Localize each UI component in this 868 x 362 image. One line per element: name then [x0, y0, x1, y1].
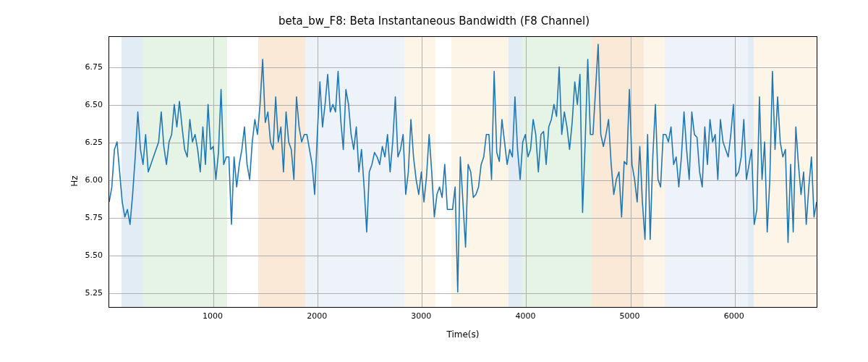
x-axis-label: Time(s) [109, 329, 817, 340]
y-tick-label: 6.50 [67, 99, 103, 109]
y-tick-label: 5.50 [67, 251, 103, 260]
x-tick-label: 4000 [515, 311, 535, 321]
y-tick-label: 5.25 [67, 288, 103, 298]
line-series [109, 37, 817, 307]
y-tick-label: 6.75 [67, 62, 103, 71]
y-tick-label: 6.00 [67, 174, 103, 184]
plot-area [109, 36, 817, 308]
x-tick-label: 2000 [307, 311, 327, 321]
y-tick-label: 5.75 [67, 213, 103, 222]
line-series-polyline [109, 44, 817, 292]
y-tick-label: 6.25 [67, 137, 103, 146]
x-tick-label: 5000 [620, 311, 640, 321]
chart-title: beta_bw_F8: Beta Instantaneous Bandwidth… [0, 14, 868, 28]
x-tick-label: 1000 [203, 311, 223, 321]
x-tick-label: 3000 [411, 311, 431, 321]
x-tick-label: 6000 [724, 311, 744, 321]
figure: beta_bw_F8: Beta Instantaneous Bandwidth… [0, 0, 868, 362]
